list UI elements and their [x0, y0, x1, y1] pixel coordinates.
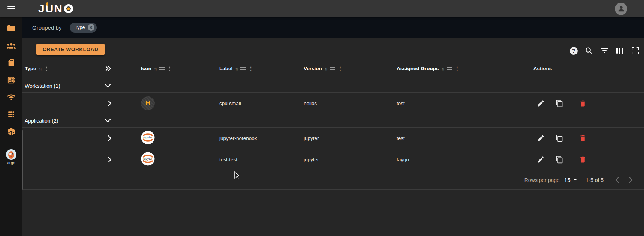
rows-per-page-select[interactable]: 15 [564, 177, 577, 183]
sort-icon[interactable]: ↑↓ [325, 66, 327, 71]
expand-all-header[interactable] [105, 66, 127, 71]
previous-page-icon[interactable] [613, 176, 622, 185]
rows-per-page-label: Rows per page [524, 177, 560, 183]
sidebar-item-argo[interactable]: argo [6, 149, 17, 165]
apps-grid-icon [7, 110, 15, 119]
table-row[interactable]: jupyter jupyter-notebook jupyter test [22, 128, 644, 149]
rows-per-page-value: 15 [564, 177, 571, 183]
edit-icon[interactable] [536, 99, 545, 108]
cell-version: jupyter [294, 135, 388, 141]
developer-board-icon [7, 76, 16, 84]
chevron-down-icon[interactable] [105, 119, 127, 122]
double-chevron-icon [105, 66, 111, 71]
column-header-assigned-groups[interactable]: Assigned Groups ↑↓ ⋮ [388, 66, 482, 72]
pagination-range: 1-5 of 5 [586, 177, 604, 183]
group-label: Workstation (1) [22, 83, 105, 89]
workloads-page: JUN [0, 0, 644, 236]
duplicate-icon[interactable] [555, 134, 564, 143]
empty-area [22, 190, 644, 236]
column-header-type[interactable]: Type ↑↓ ⋮ [22, 66, 105, 72]
group-row-application[interactable]: Application (2) [22, 114, 644, 128]
sort-icon[interactable]: ↑↓ [442, 66, 444, 71]
group-row-workstation[interactable]: Workstation (1) [22, 79, 644, 93]
help-icon[interactable]: ? [569, 46, 578, 55]
chevron-down-icon[interactable] [105, 84, 127, 87]
cell-version: helios [294, 101, 388, 106]
chevron-right-icon[interactable] [108, 157, 127, 162]
cell-assigned-groups: faygo [388, 157, 482, 162]
sidebar-item-devices[interactable] [0, 71, 22, 89]
column-menu-icon[interactable]: ⋮ [248, 66, 253, 72]
column-menu-icon[interactable]: ⋮ [44, 66, 49, 72]
sidebar-item-groups[interactable] [0, 37, 22, 54]
column-header-icon[interactable]: Icon ↑↓ ⋮ [127, 66, 210, 72]
column-header-label[interactable]: Label ↑↓ ⋮ [210, 66, 294, 72]
drag-handle-icon[interactable] [240, 67, 246, 70]
drag-handle-icon[interactable] [330, 67, 335, 70]
cell-label: cpu-small [210, 101, 294, 106]
next-page-icon[interactable] [626, 176, 635, 185]
column-label: Assigned Groups [397, 66, 439, 71]
folder-icon [7, 24, 16, 33]
column-header-version[interactable]: Version ↑↓ ⋮ [294, 66, 388, 72]
column-menu-icon[interactable]: ⋮ [167, 66, 172, 72]
hamburger-menu-icon[interactable] [7, 6, 15, 12]
user-avatar[interactable] [615, 3, 627, 15]
sidebar-item-files[interactable] [0, 20, 22, 37]
toolbar-icons: ? [569, 46, 640, 55]
groups-icon [6, 41, 16, 50]
delete-icon[interactable] [578, 134, 587, 143]
top-bar: JUN [0, 0, 644, 17]
delete-icon[interactable] [578, 99, 587, 108]
sort-icon[interactable]: ↑↓ [235, 66, 238, 71]
sort-icon[interactable]: ↑↓ [154, 66, 157, 71]
sim-card-icon [7, 59, 15, 67]
create-workload-button[interactable]: CREATE WORKLOAD [36, 44, 105, 55]
argo-mascot-icon [6, 149, 17, 160]
sidebar-item-apps[interactable] [0, 106, 22, 123]
juno-logo-text: JUN [38, 3, 63, 14]
row-actions [536, 99, 644, 108]
column-menu-icon[interactable]: ⋮ [455, 66, 460, 72]
delete-icon[interactable] [578, 155, 587, 164]
scrollbar-thumb[interactable] [22, 130, 23, 190]
drag-handle-icon[interactable] [447, 67, 452, 70]
table-header-row: Type ↑↓ ⋮ Icon ↑↓ ⋮ Label ↑↓ ⋮ [22, 58, 644, 79]
grouped-by-chip[interactable]: Type ✕ [70, 23, 96, 33]
sidebar-item-network[interactable] [0, 89, 22, 106]
drag-handle-icon[interactable] [159, 67, 165, 70]
sort-icon[interactable]: ↑↓ [39, 66, 42, 71]
table-row[interactable]: H cpu-small helios test [22, 93, 644, 114]
filter-icon[interactable] [600, 46, 609, 55]
workload-icon-helios: H [141, 96, 155, 110]
table-toolbar: CREATE WORKLOAD ? [22, 38, 644, 58]
edit-icon[interactable] [536, 155, 545, 164]
column-label: Icon [141, 66, 151, 71]
sidebar-divider [0, 146, 22, 146]
column-menu-icon[interactable]: ⋮ [338, 66, 343, 72]
duplicate-icon[interactable] [555, 155, 564, 164]
table-row[interactable]: jupyter test-test jupyter faygo [22, 149, 644, 170]
cell-label: test-test [210, 157, 294, 162]
chevron-right-icon[interactable] [108, 101, 127, 106]
cell-version: jupyter [294, 157, 388, 162]
search-icon[interactable] [584, 46, 593, 55]
sidebar-item-workloads[interactable] [0, 123, 22, 140]
juno-logo-orange-tick [46, 2, 48, 6]
column-header-actions: Actions [482, 66, 644, 71]
juno-logo-orange-dot [67, 8, 70, 10]
chevron-right-icon[interactable] [108, 135, 127, 141]
grouped-by-label: Grouped by [32, 24, 61, 31]
juno-logo: JUN [38, 3, 73, 14]
duplicate-icon[interactable] [555, 99, 564, 108]
person-icon [617, 5, 625, 13]
column-label: Type [25, 66, 36, 71]
fullscreen-icon[interactable] [631, 46, 640, 55]
edit-icon[interactable] [536, 134, 545, 143]
main-content: Grouped by Type ✕ CREATE WORKLOAD ? [22, 17, 644, 236]
sidebar-nav: argo [0, 17, 22, 236]
caret-down-icon [573, 179, 577, 181]
columns-icon[interactable] [615, 46, 624, 55]
sidebar-item-storage[interactable] [0, 54, 22, 71]
chip-close-icon[interactable]: ✕ [88, 24, 94, 31]
